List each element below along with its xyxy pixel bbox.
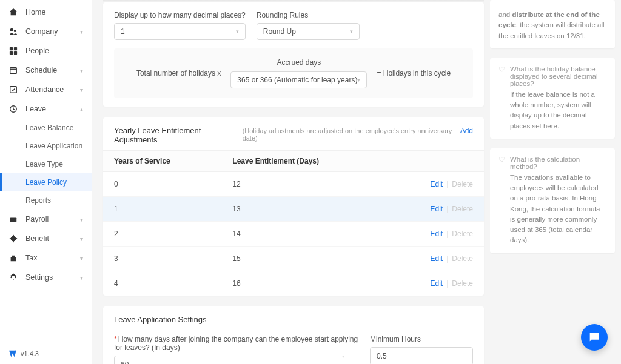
sidebar-item-leave[interactable]: Leave▴ <box>0 99 92 119</box>
formula-lhs: Total number of holidays x <box>136 69 221 78</box>
las-q1-input[interactable] <box>114 356 344 364</box>
delete-link[interactable]: Delete <box>452 279 473 288</box>
sidebar-item-leave-policy[interactable]: Leave Policy <box>0 173 92 191</box>
adjustments-card: Yearly Leave Entitlement Adjustments (Ho… <box>103 117 484 296</box>
svg-rect-3 <box>14 47 17 50</box>
formula-box: Total number of holidays x Accrued days … <box>114 48 473 98</box>
svg-rect-12 <box>13 241 14 243</box>
las-title: Leave Application Settings <box>114 315 473 324</box>
las-q2-label: Minimum Hours <box>370 335 473 343</box>
formula-numerator: Accrued days <box>277 58 321 67</box>
tip-answer: If the leave balance is not a whole numb… <box>510 90 606 131</box>
adjustments-title: Yearly Leave Entitlement Adjustments <box>114 126 239 144</box>
sidebar-item-schedule[interactable]: Schedule▾ <box>0 61 92 80</box>
chevron-down-icon: ▾ <box>80 274 83 281</box>
edit-link[interactable]: Edit <box>431 205 443 213</box>
sidebar-item-settings[interactable]: Settings▾ <box>0 268 92 287</box>
chevron-up-icon: ▴ <box>80 106 83 113</box>
sidebar-item-tax[interactable]: Tax▾ <box>0 248 92 268</box>
edit-link[interactable]: Edit <box>431 230 443 238</box>
edit-link[interactable]: Edit <box>431 180 443 188</box>
add-button[interactable]: Add <box>460 127 473 135</box>
sidebar-item-leave-balance[interactable]: Leave Balance <box>0 119 92 137</box>
svg-rect-9 <box>10 217 17 222</box>
las-q2-input[interactable] <box>370 347 473 364</box>
delete-link[interactable]: Delete <box>452 205 473 213</box>
las-q1-label: *How many days after joining the company… <box>114 335 359 352</box>
sidebar-item-attendance[interactable]: Attendance▾ <box>0 80 92 99</box>
sidebar-item-benefit[interactable]: Benefit▾ <box>0 229 92 248</box>
col-years: Years of Service <box>103 151 221 172</box>
adjustments-table: Years of Service Leave Entitlement (Days… <box>103 150 484 296</box>
chevron-down-icon: ▾ <box>80 67 83 74</box>
gear-icon <box>8 273 18 282</box>
table-row: 416Edit|Delete <box>103 271 484 296</box>
chevron-down-icon: ▾ <box>350 28 353 35</box>
nav: Home Company▾ People Schedule▾ Attendanc… <box>0 0 92 343</box>
table-row: 113Edit|Delete <box>103 197 484 222</box>
chat-icon <box>588 331 601 344</box>
sidebar-item-company[interactable]: Company▾ <box>0 22 92 41</box>
delete-link[interactable]: Delete <box>452 230 473 238</box>
formula-rhs: = Holidays in this cycle <box>377 69 451 78</box>
sidebar-item-leave-type[interactable]: Leave Type <box>0 155 92 173</box>
formula-denominator-select[interactable]: 365 or 366 (Automatic for leap years)▾ <box>230 71 367 88</box>
sidebar-item-home[interactable]: Home <box>0 2 92 22</box>
tip-distribute: and distribute at the end of the cycle, … <box>490 0 615 48</box>
chevron-down-icon: ▾ <box>357 77 360 83</box>
svg-point-0 <box>10 28 13 31</box>
svg-rect-11 <box>13 235 14 237</box>
tip-decimal: ♡ What is the holiday balance displayed … <box>490 58 615 139</box>
heart-icon: ♡ <box>498 65 505 131</box>
payroll-icon <box>8 214 18 224</box>
adjustments-subtitle: (Holiday adjustments are adjusted on the… <box>243 127 457 142</box>
version-label: v1.4.3 <box>0 343 92 364</box>
sidebar-item-payroll[interactable]: Payroll▾ <box>0 210 92 229</box>
svg-rect-6 <box>10 68 17 74</box>
company-icon <box>8 27 18 36</box>
tip-question: What is the holiday balance displayed to… <box>510 65 606 87</box>
svg-rect-5 <box>14 51 17 55</box>
svg-point-1 <box>14 30 16 32</box>
sidebar-item-reports[interactable]: Reports <box>0 191 92 210</box>
chevron-down-icon: ▾ <box>80 255 83 262</box>
chevron-down-icon: ▾ <box>80 87 83 93</box>
tip-question: What is the calculation method? <box>510 156 606 170</box>
sidebar: Home Company▾ People Schedule▾ Attendanc… <box>0 0 92 364</box>
svg-rect-2 <box>10 47 13 50</box>
chevron-down-icon: ▾ <box>236 28 239 35</box>
delete-link[interactable]: Delete <box>452 180 473 188</box>
chat-fab[interactable] <box>581 324 608 351</box>
edit-link[interactable]: Edit <box>431 279 443 288</box>
tax-icon <box>8 253 18 263</box>
attendance-icon <box>8 85 18 94</box>
leave-icon <box>8 104 18 114</box>
home-icon <box>8 7 18 17</box>
tip-calc: ♡ What is the calculation method? The va… <box>490 148 615 253</box>
svg-rect-14 <box>16 238 18 239</box>
people-icon <box>8 46 18 56</box>
col-entitlement: Leave Entitlement (Days) <box>221 151 386 172</box>
decimal-select[interactable]: 1▾ <box>114 23 246 40</box>
edit-link[interactable]: Edit <box>431 254 443 263</box>
chevron-down-icon: ▾ <box>80 216 83 223</box>
sidebar-item-leave-application[interactable]: Leave Application <box>0 137 92 155</box>
sidebar-item-people[interactable]: People <box>0 41 92 61</box>
svg-rect-13 <box>10 238 12 239</box>
rounding-label: Rounding Rules <box>257 11 360 19</box>
tips-panel: and distribute at the end of the cycle, … <box>490 0 621 364</box>
schedule-icon <box>8 65 18 75</box>
table-row: 315Edit|Delete <box>103 247 484 271</box>
rounding-select[interactable]: Round Up▾ <box>257 23 360 40</box>
las-card: Leave Application Settings *How many day… <box>103 306 484 364</box>
chevron-down-icon: ▾ <box>80 28 83 35</box>
delete-link[interactable]: Delete <box>452 254 473 263</box>
table-row: 214Edit|Delete <box>103 222 484 247</box>
benefit-icon <box>8 234 18 243</box>
chevron-down-icon: ▾ <box>80 236 83 242</box>
main-content: Display up to how many decimal places? 1… <box>92 0 490 364</box>
tip-answer: The vacations available to employees wil… <box>510 173 606 246</box>
svg-point-10 <box>11 236 16 242</box>
decimal-label: Display up to how many decimal places? <box>114 11 246 19</box>
svg-rect-4 <box>10 51 13 55</box>
